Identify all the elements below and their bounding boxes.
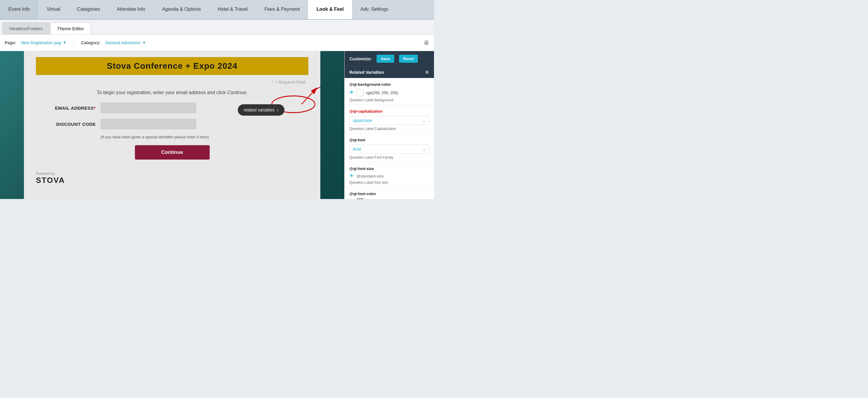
related-vars-arrow-icon: › bbox=[277, 107, 278, 113]
toolbar: Page: New Registration pag ▼ Category: G… bbox=[0, 35, 434, 51]
category-value: General Admission bbox=[105, 40, 141, 45]
main-layout: Stova Conference + Expo 2024 * = Require… bbox=[0, 51, 434, 199]
preview-inner: Stova Conference + Expo 2024 * = Require… bbox=[24, 51, 320, 199]
stova-logo: STOVA bbox=[36, 176, 308, 185]
var-ql-background-color: @ql-background-color 👁 rgb(255, 255, 255… bbox=[345, 78, 434, 105]
reset-button[interactable]: Reset bbox=[399, 55, 418, 63]
sidebar-header-left: Customize: Save Reset bbox=[349, 55, 418, 63]
var-control-font-color: 👁 rgb(0, 0, 0) bbox=[349, 198, 429, 199]
required-field-text: * = Required Field bbox=[36, 80, 308, 85]
form-intro: To begin your registration, enter your e… bbox=[36, 90, 308, 95]
tab-categories[interactable]: Categories bbox=[68, 0, 108, 19]
svg-line-1 bbox=[315, 87, 320, 90]
dropdown-value-capitalization: uppercase bbox=[353, 118, 372, 123]
powered-by-text: Powered by bbox=[36, 171, 308, 176]
customize-label: Customize: bbox=[349, 57, 372, 61]
font-size-value: @standard-size bbox=[356, 174, 384, 178]
tab-virtual[interactable]: Virtual bbox=[38, 0, 68, 19]
eye-icon-0[interactable]: 👁 bbox=[349, 90, 354, 95]
dropdown-chevron-font: ⌄ bbox=[422, 147, 426, 152]
related-vars-title: Related Variables bbox=[349, 70, 384, 75]
var-dropdown-font[interactable]: Arial ⌄ bbox=[349, 144, 429, 154]
var-name-font-size: @ql-font-size bbox=[349, 166, 429, 171]
discount-input[interactable] bbox=[100, 119, 196, 129]
var-name-font-color: @ql-font-color bbox=[349, 192, 429, 196]
tab-fees-payment[interactable]: Fees & Payment bbox=[256, 0, 308, 19]
sub-tabs: Headers/Footers Theme Editor bbox=[0, 20, 434, 35]
event-title-bar: Stova Conference + Expo 2024 bbox=[36, 57, 308, 75]
dropdown-chevron-capitalization: ⌄ bbox=[422, 118, 426, 123]
var-desc-2: Question Label Font Family bbox=[349, 155, 429, 160]
preview-area: Stova Conference + Expo 2024 * = Require… bbox=[0, 51, 344, 199]
right-sidebar: Customize: Save Reset Related Variables … bbox=[344, 51, 434, 199]
continue-button[interactable]: Continue bbox=[135, 145, 210, 160]
related-variables-button[interactable]: related variables › bbox=[238, 104, 284, 115]
var-desc-1: Question Label Capitalization bbox=[349, 127, 429, 131]
discount-field-row: DISCOUNT CODE bbox=[36, 119, 308, 129]
toolbar-divider-1 bbox=[73, 38, 74, 47]
page-label: Page: bbox=[5, 40, 16, 45]
var-control-background-color: 👁 rgb(255, 255, 255) bbox=[349, 89, 429, 96]
category-chevron-icon: ▼ bbox=[143, 41, 146, 45]
sidebar-header: Customize: Save Reset bbox=[345, 51, 434, 66]
email-input[interactable] bbox=[100, 102, 196, 113]
tab-attendee-info[interactable]: Attendee Info bbox=[108, 0, 153, 19]
page-value: New Registration pag bbox=[21, 40, 61, 45]
subtab-theme-editor[interactable]: Theme Editor bbox=[50, 23, 91, 34]
var-ql-font: @ql-font Arial ⌄ Question Label Font Fam… bbox=[345, 134, 434, 162]
color-swatch-0[interactable] bbox=[356, 89, 364, 96]
discount-hint: (If you have been given a special identi… bbox=[100, 135, 308, 139]
var-control-font-size: 👁 @standard-size bbox=[349, 173, 429, 179]
var-desc-3: Question Label font size bbox=[349, 180, 429, 185]
email-label: EMAIL ADDRESS* bbox=[36, 105, 96, 110]
page-select[interactable]: New Registration pag ▼ bbox=[21, 40, 66, 45]
var-name-font: @ql-font bbox=[349, 138, 429, 142]
var-ql-font-color: @ql-font-color 👁 rgb(0, 0, 0) Question L… bbox=[345, 187, 434, 199]
sidebar-content: @ql-background-color 👁 rgb(255, 255, 255… bbox=[345, 78, 434, 199]
discount-label: DISCOUNT CODE bbox=[36, 122, 96, 127]
related-vars-label: related variables bbox=[244, 107, 275, 112]
tab-hotel-travel[interactable]: Hotel & Travel bbox=[209, 0, 256, 19]
event-title: Stova Conference + Expo 2024 bbox=[40, 61, 304, 71]
close-related-vars-button[interactable]: ✕ bbox=[425, 70, 429, 75]
tab-event-info[interactable]: Event Info bbox=[0, 0, 38, 19]
intro-italic: Continue bbox=[227, 90, 246, 95]
intro-text-end: . bbox=[246, 90, 247, 95]
var-desc-0: Question Label background bbox=[349, 98, 429, 102]
related-vars-header: Related Variables ✕ bbox=[345, 66, 434, 78]
eye-icon-3[interactable]: 👁 bbox=[349, 173, 354, 179]
dropdown-value-font: Arial bbox=[353, 147, 361, 152]
var-value-0: rgb(255, 255, 255) bbox=[366, 91, 398, 95]
continue-btn-wrap: Continue bbox=[36, 145, 308, 160]
var-name-capitalization: @ql-capitalization bbox=[349, 109, 429, 113]
var-ql-capitalization: @ql-capitalization uppercase ⌄ Question … bbox=[345, 105, 434, 134]
category-label: Category: bbox=[81, 40, 100, 45]
color-swatch-4[interactable] bbox=[356, 198, 364, 199]
tab-look-feel[interactable]: Look & Feel bbox=[308, 0, 352, 19]
var-ql-font-size: @ql-font-size 👁 @standard-size Question … bbox=[345, 162, 434, 187]
var-name-background-color: @ql-background-color bbox=[349, 82, 429, 87]
top-nav: Event Info Virtual Categories Attendee I… bbox=[0, 0, 434, 20]
save-button[interactable]: Save bbox=[377, 55, 394, 63]
var-dropdown-capitalization[interactable]: uppercase ⌄ bbox=[349, 116, 429, 125]
tab-agenda-options[interactable]: Agenda & Options bbox=[154, 0, 209, 19]
tab-adv-settings[interactable]: Adv. Settings bbox=[352, 0, 397, 19]
category-select[interactable]: General Admission ▼ bbox=[105, 40, 146, 45]
required-star: * bbox=[94, 105, 96, 110]
monitor-icon[interactable]: 🖥 bbox=[423, 39, 429, 46]
powered-by: Powered by STOVA bbox=[36, 168, 308, 185]
page-chevron-icon: ▼ bbox=[63, 41, 66, 45]
intro-text-1: To begin your registration, enter your e… bbox=[97, 90, 227, 95]
subtab-headers-footers[interactable]: Headers/Footers bbox=[2, 23, 50, 34]
